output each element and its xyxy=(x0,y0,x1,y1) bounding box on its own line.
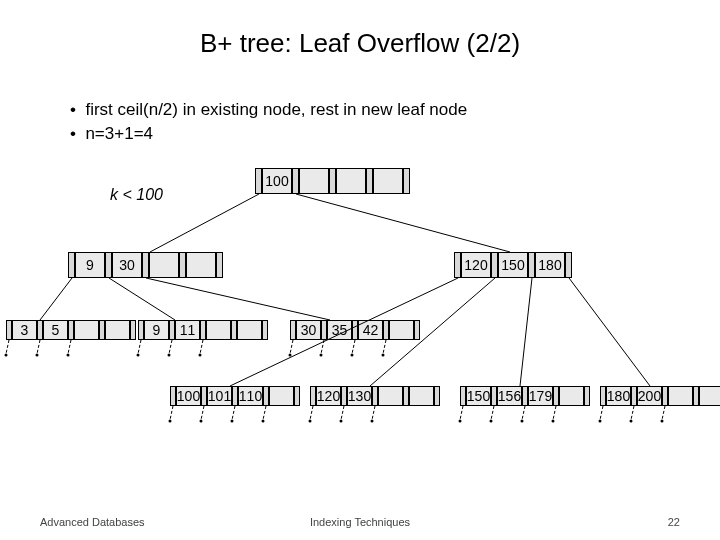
annotation-k-lt-100: k < 100 xyxy=(110,186,163,204)
bullets: • first ceil(n/2) in existing node, rest… xyxy=(70,100,467,148)
svg-point-32 xyxy=(661,420,664,423)
svg-line-7 xyxy=(520,278,532,386)
leaf-3: 30 35 42 xyxy=(290,320,420,340)
svg-point-18 xyxy=(382,354,385,357)
internal-left: 9 30 xyxy=(68,252,223,278)
svg-point-15 xyxy=(289,354,292,357)
leaf-5: 120 130 xyxy=(310,386,440,406)
leaf-6: 150 156 179 xyxy=(460,386,590,406)
root-node: 100 xyxy=(255,168,410,194)
svg-point-24 xyxy=(340,420,343,423)
svg-point-17 xyxy=(351,354,354,357)
svg-point-27 xyxy=(490,420,493,423)
svg-line-2 xyxy=(40,278,72,320)
svg-point-19 xyxy=(169,420,172,423)
svg-point-31 xyxy=(630,420,633,423)
svg-point-14 xyxy=(199,354,202,357)
internal-right: 120 150 180 xyxy=(454,252,572,278)
leaf-1: 3 5 xyxy=(6,320,136,340)
svg-point-26 xyxy=(459,420,462,423)
svg-point-23 xyxy=(309,420,312,423)
svg-point-25 xyxy=(371,420,374,423)
footer-right: 22 xyxy=(668,516,680,528)
svg-point-11 xyxy=(67,354,70,357)
svg-point-13 xyxy=(168,354,171,357)
svg-point-12 xyxy=(137,354,140,357)
svg-point-20 xyxy=(200,420,203,423)
svg-line-4 xyxy=(146,278,330,320)
leaf-4: 100 101 110 xyxy=(170,386,300,406)
svg-point-16 xyxy=(320,354,323,357)
svg-point-10 xyxy=(36,354,39,357)
bullet-2: • n=3+1=4 xyxy=(70,124,467,144)
svg-point-30 xyxy=(599,420,602,423)
bullet-1: • first ceil(n/2) in existing node, rest… xyxy=(70,100,467,120)
svg-line-3 xyxy=(109,278,175,320)
page-title: B+ tree: Leaf Overflow (2/2) xyxy=(0,28,720,59)
leaf-2: 9 11 xyxy=(138,320,268,340)
svg-line-1 xyxy=(296,194,510,252)
svg-line-8 xyxy=(569,278,650,386)
leaf-7: 180 200 xyxy=(600,386,720,406)
footer-center: Indexing Techniques xyxy=(0,516,720,528)
svg-point-9 xyxy=(5,354,8,357)
svg-line-0 xyxy=(150,194,259,252)
svg-point-22 xyxy=(262,420,265,423)
svg-point-21 xyxy=(231,420,234,423)
svg-point-28 xyxy=(521,420,524,423)
svg-point-29 xyxy=(552,420,555,423)
